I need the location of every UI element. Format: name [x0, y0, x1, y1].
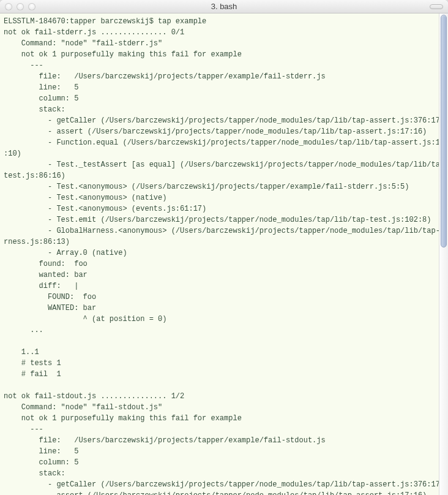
zoom-icon[interactable]	[28, 3, 35, 10]
shell-command: tap example	[158, 17, 206, 26]
scrollbar-thumb[interactable]	[441, 15, 447, 248]
window-title: 3. bash	[211, 2, 237, 11]
terminal-output[interactable]: ELSSTLM-184670:tapper barczewskij$ tap e…	[0, 13, 439, 495]
output-lines: not ok fail-stderr.js ............... 0/…	[4, 28, 439, 495]
toolbar-pill-icon[interactable]	[430, 4, 443, 9]
titlebar[interactable]: 3. bash	[0, 0, 448, 13]
content-area: ELSSTLM-184670:tapper barczewskij$ tap e…	[0, 13, 448, 495]
scrollbar-track[interactable]	[439, 13, 448, 495]
terminal-window: 3. bash ELSSTLM-184670:tapper barczewski…	[0, 0, 448, 495]
close-icon[interactable]	[5, 3, 12, 10]
minimize-icon[interactable]	[17, 3, 24, 10]
traffic-lights	[5, 3, 35, 10]
shell-prompt: ELSSTLM-184670:tapper barczewskij$	[4, 17, 154, 26]
